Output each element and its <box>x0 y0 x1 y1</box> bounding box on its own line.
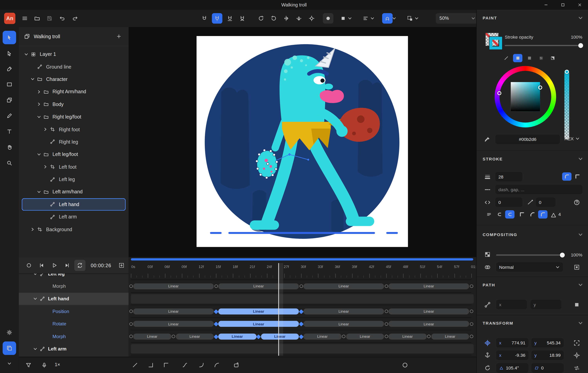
zoom-tool[interactable] <box>2 156 16 170</box>
playhead[interactable] <box>279 263 279 356</box>
maximize-button[interactable] <box>554 0 571 10</box>
keyframe-span[interactable]: Linear <box>304 321 384 327</box>
focus-selection-button[interactable] <box>306 13 317 24</box>
align-tool-button[interactable] <box>360 13 371 24</box>
hand-tool[interactable] <box>2 140 16 154</box>
track-chevron[interactable] <box>33 347 40 351</box>
track-morph[interactable]: Morph <box>19 280 129 293</box>
chevron-right-icon[interactable] <box>43 164 50 169</box>
app-logo[interactable]: An <box>4 13 15 24</box>
keyframe-circle[interactable] <box>129 285 133 288</box>
segment-corner-button[interactable] <box>146 360 156 371</box>
marquee-edit-dropdown[interactable] <box>414 16 419 21</box>
pen-tool[interactable] <box>2 62 16 76</box>
tree-item-background[interactable]: Background <box>22 223 126 236</box>
chevron-right-icon[interactable] <box>43 127 50 132</box>
dash-field[interactable]: dash, gap, ... <box>495 185 582 194</box>
keyframe-circle[interactable] <box>129 335 133 338</box>
lane-morph[interactable]: LinearLinearLinearLinear <box>131 280 471 293</box>
chevron-down-icon[interactable] <box>578 282 583 288</box>
stroke-swatch[interactable] <box>489 37 502 50</box>
dash-offset-field[interactable]: 0 <box>536 197 555 207</box>
keyframe-circle[interactable] <box>129 322 133 326</box>
keyframe-span[interactable]: Linear <box>346 333 384 340</box>
keyframe-span[interactable]: Linear <box>388 308 469 314</box>
keyframe-span[interactable]: Linear <box>431 333 469 340</box>
anchor-y-field[interactable]: y 18.99 <box>531 351 564 360</box>
paint-style-shade-button[interactable] <box>525 54 534 62</box>
tree-item-left-arm[interactable]: Left arm <box>22 211 126 223</box>
stroke-section-header[interactable]: STROKE <box>483 157 503 161</box>
tree-item-left-hand[interactable]: Left hand <box>22 198 126 211</box>
stroke-order-b-button[interactable] <box>495 210 504 218</box>
skew-field[interactable]: 0 <box>531 363 564 373</box>
keyframe-diamond[interactable] <box>256 334 261 339</box>
saturation-handle[interactable] <box>538 85 542 90</box>
paint-section-header[interactable]: PAINT <box>483 16 497 20</box>
fill-tool-button[interactable] <box>338 13 348 24</box>
snap-mode-2-button[interactable] <box>212 13 222 24</box>
lane-left-hand[interactable] <box>131 293 471 305</box>
minimize-button[interactable] <box>537 0 554 10</box>
segment-arc-button[interactable] <box>211 360 222 371</box>
paint-style-texture-button[interactable] <box>536 54 546 62</box>
help-icon[interactable] <box>573 199 580 206</box>
artboard[interactable] <box>197 36 408 247</box>
tree-item-left-leg-foot[interactable]: Left leg/foot <box>22 148 126 161</box>
keyframe-circle[interactable] <box>385 322 388 326</box>
save-button[interactable] <box>44 13 55 24</box>
go-start-button[interactable] <box>36 260 47 271</box>
round-cap-button[interactable] <box>562 172 572 181</box>
snap-mode-4-button[interactable] <box>237 13 248 24</box>
paint-style-empty-button[interactable] <box>501 54 511 62</box>
precise-target-icon[interactable] <box>573 352 580 359</box>
keyframe-circle[interactable] <box>427 335 430 338</box>
chevron-right-icon[interactable] <box>30 227 37 232</box>
lane-position[interactable]: LinearLinearLinearLinear <box>131 305 471 318</box>
zoom-select[interactable]: 50% <box>436 13 479 24</box>
keyframe-diamond[interactable] <box>299 334 303 339</box>
frame-icon[interactable] <box>573 264 580 270</box>
keyframe-circle[interactable] <box>172 335 175 338</box>
track-left-leg[interactable]: Left leg <box>19 274 129 280</box>
timeline-zoom-knob[interactable] <box>400 360 410 371</box>
paint-style-solid-button[interactable] <box>513 54 522 62</box>
track-rotate[interactable]: Rotate <box>19 318 129 330</box>
keyframe-circle[interactable] <box>385 310 388 313</box>
chevron-down-icon[interactable] <box>37 152 43 157</box>
flat-cap-button[interactable] <box>573 172 582 181</box>
join-bevel-button[interactable] <box>528 210 537 218</box>
stroke-width-field[interactable]: 28 <box>495 172 522 181</box>
play-button[interactable] <box>49 260 60 271</box>
snap-mode-3-button[interactable] <box>225 13 235 24</box>
tree-item-ground-line[interactable]: Ground line <box>22 61 126 73</box>
join-round-button[interactable] <box>538 210 548 218</box>
track-position[interactable]: Position <box>19 305 129 318</box>
keyframe-diamond[interactable] <box>214 309 218 314</box>
compositing-section-header[interactable]: COMPOSITING <box>483 232 517 237</box>
chevron-right-icon[interactable] <box>37 102 43 107</box>
keyframe-span[interactable]: Linear <box>304 283 384 289</box>
tree-item-right-leg-foot[interactable]: Right leg/foot <box>22 111 126 123</box>
open-file-button[interactable] <box>32 13 42 24</box>
track-chevron[interactable] <box>33 274 40 276</box>
color-wheel[interactable] <box>495 66 556 127</box>
select-tool[interactable] <box>2 31 16 44</box>
keyframe-diamond[interactable] <box>214 322 218 326</box>
keyframe-span[interactable]: Linear <box>133 308 214 314</box>
tree-item-body[interactable]: Body <box>22 98 126 111</box>
keyframe-circle[interactable] <box>129 310 133 313</box>
segment-scurve-button[interactable] <box>179 360 190 371</box>
lane-left-arm[interactable] <box>131 343 471 355</box>
keyframe-circle[interactable] <box>385 285 388 288</box>
keyframe-diamond[interactable] <box>299 322 303 326</box>
keyframe-span[interactable]: Linear <box>388 283 469 289</box>
flip-arrows-icon[interactable] <box>573 365 580 372</box>
chevron-down-icon[interactable] <box>578 15 583 21</box>
keyframe-span[interactable]: Linear <box>218 308 299 314</box>
artboard-tool[interactable] <box>2 93 16 107</box>
keyframe-diamond[interactable] <box>214 334 218 339</box>
node-select-tool[interactable] <box>2 47 16 60</box>
timeline-tracks[interactable]: 0s03f06f09f12f15f18f21f24f27f30f33f36f39… <box>129 257 476 357</box>
track-chevron[interactable] <box>33 297 40 301</box>
